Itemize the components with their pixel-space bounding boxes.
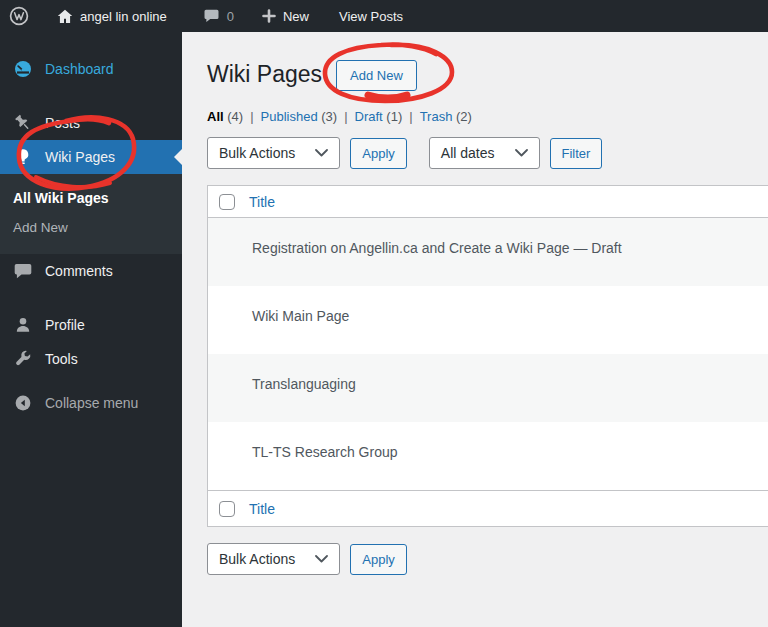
sidebar-item-posts[interactable]: Posts	[0, 106, 182, 140]
select-all-checkbox[interactable]	[219, 501, 235, 517]
bulk-actions-select[interactable]: Bulk Actions	[207, 137, 340, 169]
filter-trash[interactable]: Trash (2)	[420, 109, 472, 124]
top-toolbar: Bulk Actions Apply All dates Filter	[207, 137, 768, 169]
filter-draft[interactable]: Draft (1)	[355, 109, 403, 124]
wordpress-logo-menu[interactable]	[0, 0, 39, 32]
site-name-menu[interactable]: angel lin online	[47, 0, 177, 32]
site-name: angel lin online	[80, 9, 167, 24]
sidebar-item-profile[interactable]: Profile	[0, 308, 182, 342]
comment-count: 0	[227, 9, 234, 24]
plus-icon	[262, 9, 276, 23]
sidebar-item-label: Profile	[45, 317, 85, 333]
admin-bar-view-posts[interactable]: View Posts	[329, 0, 413, 32]
bottom-toolbar: Bulk Actions Apply	[207, 543, 768, 575]
filter-published[interactable]: Published (3)	[261, 109, 338, 124]
sidebar-item-wiki-pages[interactable]: Wiki Pages	[0, 140, 182, 174]
filter-all[interactable]: All (4)	[207, 109, 243, 124]
bulk-actions-select-bottom[interactable]: Bulk Actions	[207, 543, 340, 575]
filter-separator: |	[250, 109, 253, 124]
wrench-icon	[12, 349, 34, 369]
table-row[interactable]: Registration on Angellin.ca and Create a…	[208, 218, 768, 286]
sidebar-item-label: Posts	[45, 115, 80, 131]
sidebar-item-label: Wiki Pages	[45, 149, 115, 165]
sidebar-item-add-new[interactable]: Add New	[0, 213, 182, 242]
all-dates-select[interactable]: All dates	[429, 137, 540, 169]
sidebar: Dashboard Posts Wiki Pages	[0, 32, 182, 627]
sidebar-item-comments[interactable]: Comments	[0, 254, 182, 288]
pushpin-icon	[12, 113, 34, 133]
table-header-row: Title	[208, 186, 768, 218]
person-icon	[12, 315, 34, 335]
page-title: Wiki Pages	[207, 60, 322, 90]
admin-bar-comments[interactable]: 0	[193, 0, 244, 32]
title-column-header[interactable]: Title	[249, 194, 275, 210]
collapse-arrow-icon	[12, 394, 34, 412]
table-row[interactable]: Translanguaging	[208, 354, 768, 422]
apply-button[interactable]: Apply	[350, 138, 407, 169]
title-column-footer[interactable]: Title	[249, 501, 275, 517]
chevron-down-icon	[515, 149, 528, 157]
wiki-pages-submenu: All Wiki Pages Add New	[0, 174, 182, 254]
content-area: Wiki Pages Add New All (4) | Published (…	[182, 32, 768, 627]
filter-separator: |	[409, 109, 412, 124]
apply-button-bottom[interactable]: Apply	[350, 544, 407, 575]
posts-table: Title Registration on Angellin.ca and Cr…	[207, 185, 768, 527]
sidebar-item-dashboard[interactable]: Dashboard	[0, 52, 182, 86]
new-label: New	[283, 9, 309, 24]
filter-button[interactable]: Filter	[550, 138, 603, 169]
status-filter-links: All (4) | Published (3) | Draft (1) | Tr…	[207, 109, 768, 124]
comment-bubble-icon	[12, 261, 34, 281]
table-footer-row: Title	[208, 490, 768, 526]
chevron-down-icon	[315, 555, 328, 563]
admin-bar: angel lin online 0 New View Posts	[0, 0, 768, 32]
wordpress-logo-icon	[9, 6, 29, 26]
dashboard-gauge-icon	[12, 59, 34, 79]
chevron-down-icon	[315, 149, 328, 157]
comment-bubble-icon	[203, 8, 220, 24]
sidebar-item-tools[interactable]: Tools	[0, 342, 182, 376]
admin-bar-new[interactable]: New	[252, 0, 319, 32]
menu-separator	[0, 86, 182, 106]
sidebar-item-label: Collapse menu	[45, 395, 138, 411]
sidebar-item-label: Tools	[45, 351, 78, 367]
home-icon	[57, 9, 73, 24]
sidebar-item-all-wiki-pages[interactable]: All Wiki Pages	[0, 183, 182, 213]
sidebar-item-collapse-menu[interactable]: Collapse menu	[0, 386, 182, 420]
sidebar-item-label: Dashboard	[45, 61, 114, 77]
add-new-button[interactable]: Add New	[336, 60, 417, 91]
menu-separator	[0, 288, 182, 308]
page-header: Wiki Pages Add New	[207, 58, 768, 92]
sidebar-item-label: Comments	[45, 263, 113, 279]
filter-separator: |	[344, 109, 347, 124]
lightbulb-icon	[12, 147, 34, 167]
table-row[interactable]: Wiki Main Page	[208, 286, 768, 354]
table-row[interactable]: TL-TS Research Group	[208, 422, 768, 490]
select-all-checkbox[interactable]	[219, 194, 235, 210]
